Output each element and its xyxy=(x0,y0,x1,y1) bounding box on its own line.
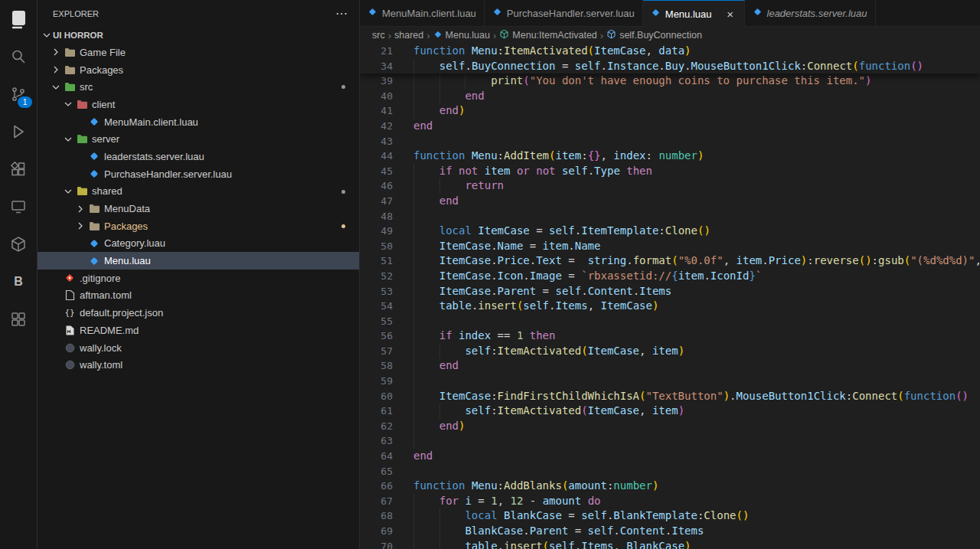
code-line-62[interactable]: 62end) xyxy=(360,419,980,434)
tree-item-gitignore[interactable]: .gitignore xyxy=(38,270,359,287)
code-line-63[interactable]: 63 xyxy=(360,433,980,449)
code-line-61[interactable]: 61self:ItemActivated(ItemCase, item) xyxy=(360,404,980,419)
tree-item-client[interactable]: client xyxy=(38,96,359,113)
code-line-64[interactable]: 64end xyxy=(360,449,980,464)
code-line-40[interactable]: 40end xyxy=(360,89,980,104)
chevron-right-icon xyxy=(74,203,87,215)
indent-guide xyxy=(413,284,439,299)
code-line-53[interactable]: 53ItemCase.Parent = self.Content.Items xyxy=(360,284,980,299)
tree-item-default-project-json[interactable]: {}default.project.json xyxy=(38,304,359,322)
tab-leaderstats-server-luau[interactable]: leaderstats.server.luau xyxy=(745,0,876,26)
indent-guide xyxy=(413,224,439,239)
code-line-21[interactable]: 21function Menu:ItemActivated(ItemCase, … xyxy=(360,44,980,59)
indent-guide xyxy=(413,524,439,539)
tree-item-wally-lock[interactable]: wally.lock xyxy=(38,339,359,357)
search-icon[interactable] xyxy=(0,38,37,75)
package-icon[interactable] xyxy=(0,225,37,263)
code-line-45[interactable]: 45if not item or not self.Type then xyxy=(360,164,980,179)
code-line-69[interactable]: 69BlankCase.Parent = self.Content.Items xyxy=(360,524,980,539)
line-number: 65 xyxy=(360,464,407,479)
tab-menu-luau[interactable]: Menu.luau× xyxy=(643,0,745,27)
tree-item-readme-md[interactable]: README.md xyxy=(38,322,359,339)
tree-item-purchasehandler-server-luau[interactable]: PurchaseHandler.server.luau xyxy=(38,165,359,183)
line-number: 57 xyxy=(360,344,407,359)
breadcrumb-item-shared[interactable]: shared xyxy=(394,30,423,41)
code-line-34[interactable]: 34self.BuyConnection = self.Instance.Buy… xyxy=(360,59,980,74)
code-line-39[interactable]: 39print("You don't have enough coins to … xyxy=(360,74,980,89)
tab-purchasehandler-server-luau[interactable]: PurchaseHandler.server.luau xyxy=(485,0,643,26)
code-line-67[interactable]: 67for i = 1, 12 - amount do xyxy=(360,494,980,509)
remote-window-icon[interactable] xyxy=(0,188,37,225)
tree-item-menudata[interactable]: MenuData xyxy=(38,200,359,217)
source-control-icon[interactable]: 1 xyxy=(0,75,37,113)
more-actions-icon[interactable]: ⋯ xyxy=(335,6,348,21)
indent-guide xyxy=(413,239,439,254)
breadcrumb-item-self-buyconnection[interactable]: self.BuyConnection xyxy=(606,29,702,41)
code-line-65[interactable]: 65 xyxy=(360,464,980,479)
close-icon[interactable]: × xyxy=(724,8,737,21)
line-number: 55 xyxy=(360,314,407,329)
tree-item-packages[interactable]: Packages xyxy=(38,61,359,79)
code-line-66[interactable]: 66function Menu:AddBlanks(amount:number) xyxy=(360,479,980,494)
tree-item-menu-luau[interactable]: Menu.luau xyxy=(38,252,359,270)
tab-label: leaderstats.server.luau xyxy=(767,8,867,19)
code-line-51[interactable]: 51ItemCase.Price.Text = string.format("%… xyxy=(360,253,980,269)
code-line-42[interactable]: 42end xyxy=(360,119,980,134)
tree-item-menumain-client-luau[interactable]: MenuMain.client.luau xyxy=(38,113,359,131)
extensions-icon[interactable] xyxy=(0,150,37,188)
tree-item-leaderstats-server-luau[interactable]: leaderstats.server.luau xyxy=(38,148,359,165)
tab-bar: MenuMain.client.luauPurchaseHandler.serv… xyxy=(360,0,980,27)
code-line-59[interactable]: 59 xyxy=(360,374,980,389)
code-line-55[interactable]: 55 xyxy=(360,314,980,329)
tab-menumain-client-luau[interactable]: MenuMain.client.luau xyxy=(360,0,485,26)
indent-guide xyxy=(413,374,439,389)
code-line-58[interactable]: 58end xyxy=(360,358,980,374)
line-number: 45 xyxy=(360,164,407,179)
luau-file-icon xyxy=(87,116,102,127)
tree-item-category-luau[interactable]: Category.luau xyxy=(38,235,359,253)
tree-item-src[interactable]: src xyxy=(38,78,359,96)
code-line-60[interactable]: 60ItemCase:FindFirstChildWhichIsA("TextB… xyxy=(360,389,980,404)
tree-item-server[interactable]: server xyxy=(38,130,359,148)
code-line-44[interactable]: 44function Menu:AddItem(item:{}, index: … xyxy=(360,149,980,164)
code-editor[interactable]: 21function Menu:ItemActivated(ItemCase, … xyxy=(360,44,980,549)
code-line-50[interactable]: 50ItemCase.Name = item.Name xyxy=(360,239,980,254)
code-line-48[interactable]: 48 xyxy=(360,209,980,224)
line-number: 44 xyxy=(360,149,407,164)
code-line-52[interactable]: 52ItemCase.Icon.Image = `rbxassetid://{i… xyxy=(360,269,980,284)
modified-dot xyxy=(341,190,345,194)
code-line-56[interactable]: 56if index == 1 then xyxy=(360,328,980,344)
code-area[interactable]: 39print("You don't have enough coins to … xyxy=(360,74,980,549)
breadcrumb-label: src xyxy=(372,30,385,41)
tree-item-packages[interactable]: Packages xyxy=(38,217,359,235)
tree-item-shared[interactable]: shared xyxy=(38,183,359,201)
folder-icon xyxy=(74,186,90,196)
run-debug-icon[interactable] xyxy=(0,113,37,150)
tree-item-game-file[interactable]: Game File xyxy=(38,44,359,61)
code-line-57[interactable]: 57self:ItemActivated(ItemCase, item) xyxy=(360,344,980,359)
breadcrumb-item-menu-itemactivated[interactable]: Menu:ItemActivated xyxy=(499,29,596,41)
code-line-68[interactable]: 68local BlankCase = self.BlankTemplate:C… xyxy=(360,508,980,524)
workspace-header[interactable]: UI HORROR xyxy=(38,27,359,44)
b-extension-icon[interactable]: B xyxy=(0,263,37,300)
code-line-70[interactable]: 70table.insert(self.Items, BlankCase) xyxy=(360,539,980,549)
code-line-49[interactable]: 49local ItemCase = self.ItemTemplate:Clo… xyxy=(360,224,980,239)
indent-guide xyxy=(413,103,439,119)
breadcrumb-item-menu-luau[interactable]: Menu.luau xyxy=(433,30,490,41)
code-line-43[interactable]: 43 xyxy=(360,134,980,149)
code-line-54[interactable]: 54table.insert(self.Items, ItemCase) xyxy=(360,299,980,314)
tree-item-wally-toml[interactable]: wally.toml xyxy=(38,356,359,374)
folder-icon xyxy=(74,134,90,144)
breadcrumb-item-src[interactable]: src xyxy=(372,30,385,41)
tree-item-label: README.md xyxy=(80,325,139,336)
folder-icon xyxy=(87,204,102,214)
tree-item-label: MenuMain.client.luau xyxy=(104,116,198,128)
code-line-46[interactable]: 46return xyxy=(360,178,980,194)
files-icon[interactable] xyxy=(0,0,37,38)
tree-item-aftman-toml[interactable]: aftman.toml xyxy=(38,287,359,305)
indent-guide xyxy=(439,524,466,539)
code-line-47[interactable]: 47end xyxy=(360,194,980,209)
line-number: 39 xyxy=(360,74,407,89)
grid-extension-icon[interactable] xyxy=(0,300,37,338)
code-line-41[interactable]: 41end) xyxy=(360,103,980,119)
